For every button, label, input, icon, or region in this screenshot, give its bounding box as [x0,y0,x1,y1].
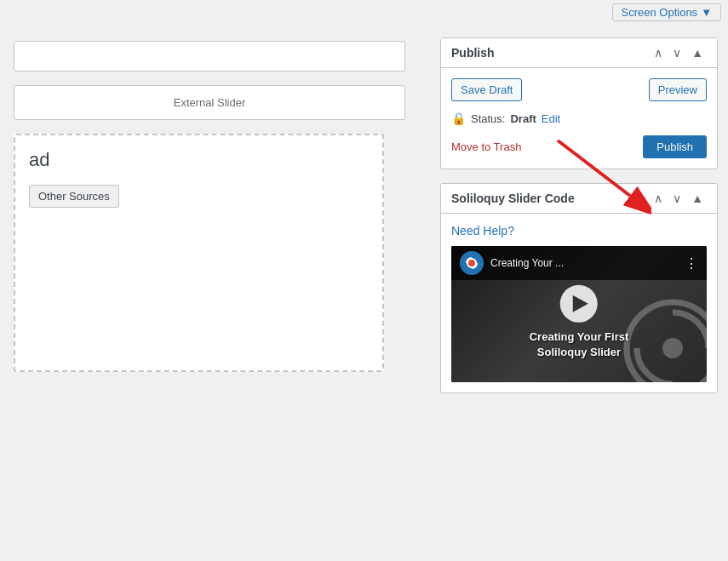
publish-metabox: Publish ∧ ∨ ▲ Save Draft Preview [440,37,718,169]
publish-metabox-body: Save Draft Preview 🔒 Status: Draft Edit … [441,68,717,169]
publish-actions-row: Save Draft Preview [451,78,707,101]
video-play-button[interactable] [560,285,598,323]
slider-code-metabox-header: Soliloquy Slider Code ∧ ∨ ▲ [441,184,717,214]
status-row: 🔒 Status: Draft Edit [451,112,707,125]
slider-collapse-button[interactable]: ▲ [688,191,707,206]
svg-point-1 [662,338,683,358]
status-value: Draft [510,112,536,125]
video-center-content: Creating Your First Soliloquy Slider [530,285,629,360]
status-label: Status: [471,112,505,125]
slider-collapse-up-button[interactable]: ∧ [651,191,666,206]
publish-footer: Move to Trash Publish [451,135,707,158]
main-area: External Slider ad Other Sources Publish… [0,24,728,561]
screen-options-chevron: ▼ [701,6,712,19]
preview-button[interactable]: Preview [649,78,707,101]
title-input[interactable] [14,41,405,72]
other-sources-button[interactable]: Other Sources [29,185,119,208]
need-help-label: Need Help? [451,224,707,238]
svg-point-4 [468,260,475,266]
publish-metabox-title: Publish [451,46,495,60]
publish-collapse-up-button[interactable]: ∧ [651,45,666,60]
screen-options-button[interactable]: Screen Options ▼ [612,3,721,21]
publish-metabox-header: Publish ∧ ∨ ▲ [441,38,717,68]
publish-button[interactable]: Publish [643,135,707,158]
slider-code-metabox: Soliloquy Slider Code ∧ ∨ ▲ Need Help? [440,183,718,393]
video-channel-title: Creating Your ... [490,257,678,269]
content-text: ad [29,149,369,171]
slider-collapse-down-button[interactable]: ∨ [669,191,685,206]
top-bar: Screen Options ▼ [0,0,728,24]
video-thumbnail[interactable]: Creating Your ... ⋮ Creating Your First … [451,246,707,382]
video-more-button[interactable]: ⋮ [685,255,698,272]
screen-options-label: Screen Options [622,6,698,19]
play-triangle-icon [572,295,588,312]
video-watermark-icon [622,297,707,382]
publish-metabox-controls: ∧ ∨ ▲ [651,45,707,60]
move-to-trash-link[interactable]: Move to Trash [451,140,521,153]
external-slider-label: External Slider [174,96,246,109]
slider-code-metabox-controls: ∧ ∨ ▲ [651,191,707,206]
slider-code-metabox-body: Need Help? [441,214,717,392]
video-subtitle: Creating Your First Soliloquy Slider [530,329,629,360]
right-panel: Publish ∧ ∨ ▲ Save Draft Preview [430,24,728,561]
left-panel: External Slider ad Other Sources [0,24,430,561]
save-draft-button[interactable]: Save Draft [451,78,522,101]
publish-collapse-button[interactable]: ▲ [688,45,707,60]
status-icon: 🔒 [451,112,466,125]
status-edit-link[interactable]: Edit [542,112,560,125]
external-slider-box: External Slider [14,85,405,120]
slider-code-metabox-title: Soliloquy Slider Code [451,192,575,205]
soliloquy-logo-icon [462,254,481,272]
video-channel-icon [460,251,484,275]
video-top-bar: Creating Your ... ⋮ [451,246,707,280]
publish-collapse-down-button[interactable]: ∨ [669,45,685,60]
content-area[interactable]: ad Other Sources [14,134,384,372]
